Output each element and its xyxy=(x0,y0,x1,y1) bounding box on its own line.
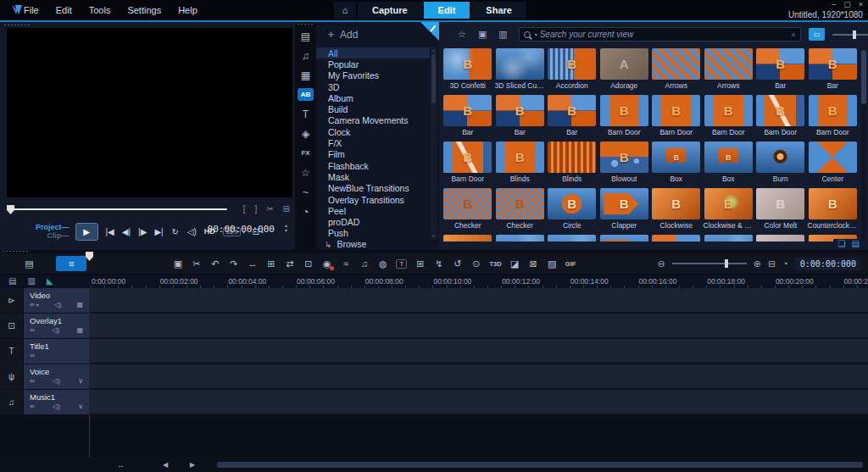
dual-view-icon[interactable]: ▤ xyxy=(852,239,860,248)
transition-thumbnail[interactable]: B Clockwise xyxy=(650,188,703,235)
link-icon[interactable]: ∞ xyxy=(30,326,35,334)
transition-thumbnail[interactable]: B Barn Door xyxy=(650,95,703,142)
filter-icon[interactable]: FX xyxy=(298,147,314,159)
transition-thumbnail[interactable] xyxy=(703,235,755,242)
zoom-in-icon[interactable]: ⊕ xyxy=(754,258,761,269)
transition-thumbnail[interactable]: B Color Melt xyxy=(754,188,807,235)
close-button[interactable]: × xyxy=(859,0,863,8)
video-track-lane[interactable] xyxy=(89,288,868,313)
go-start-icon[interactable]: |◀ xyxy=(106,227,114,236)
scroll-down-icon[interactable]: ▾ xyxy=(432,233,435,238)
split-screen-icon[interactable]: ⊞ xyxy=(415,258,426,269)
menu-item[interactable]: Settings xyxy=(127,5,161,15)
move-to-library-icon[interactable]: ▥ xyxy=(498,29,507,40)
category-item[interactable]: Build xyxy=(316,103,430,114)
category-item[interactable]: Film xyxy=(316,149,430,160)
scrub-bar[interactable]: [ ] ✂ ⊞ xyxy=(7,205,290,217)
scroll-left-icon[interactable]: ◀ xyxy=(163,461,168,469)
trim-icon[interactable]: ⊡ xyxy=(303,258,314,269)
transition-thumbnail[interactable]: B Bar xyxy=(442,95,494,142)
voice-track-lane[interactable] xyxy=(89,364,868,389)
category-item[interactable]: NewBlue Transitions xyxy=(316,183,430,194)
transition-thumbnail[interactable]: B Counterclockwi... xyxy=(807,188,860,235)
category-item[interactable]: Peel xyxy=(316,205,430,216)
category-item[interactable]: Clock xyxy=(316,126,430,137)
chevron-down-icon[interactable]: ∨ xyxy=(78,403,83,410)
category-item[interactable]: Flashback xyxy=(316,160,430,171)
transition-thumbnail[interactable]: Arrows xyxy=(703,48,755,95)
overlay-track-lane[interactable] xyxy=(89,314,868,338)
float-panel-icon[interactable]: ❏ xyxy=(838,239,846,248)
transition-thumbnail[interactable] xyxy=(494,235,547,242)
transition-thumbnail[interactable]: B Accordion xyxy=(546,48,598,95)
tab-edit[interactable]: Edit xyxy=(424,2,470,19)
transition-thumbnail[interactable]: 3D Sliced Cubes xyxy=(494,48,547,95)
title-icon[interactable]: T xyxy=(298,108,314,120)
title-track-icon[interactable]: T xyxy=(0,339,24,364)
transition-thumbnail[interactable] xyxy=(546,235,598,242)
category-item[interactable]: Mask xyxy=(316,171,430,182)
copy-icon[interactable]: ▣ xyxy=(172,258,183,269)
blend-clips-icon[interactable]: ◍ xyxy=(377,258,388,269)
scroll-right-icon[interactable]: ▶ xyxy=(190,461,195,469)
menu-item[interactable]: Edit xyxy=(56,5,72,15)
transition-thumbnail[interactable]: A Adorage xyxy=(598,48,651,95)
transition-thumbnail[interactable]: B Bar xyxy=(494,95,547,142)
link-icon[interactable]: ∞ xyxy=(30,403,35,410)
pin-panel-icon[interactable] xyxy=(420,22,439,41)
copy-to-library-icon[interactable]: ▣ xyxy=(478,29,487,40)
prev-frame-icon[interactable]: ◀| xyxy=(122,227,131,236)
graphics-icon[interactable]: ◈ xyxy=(298,127,314,140)
scroll-up-icon[interactable]: ▴ xyxy=(432,47,435,53)
search-input[interactable] xyxy=(540,30,789,39)
mute-icon[interactable]: ◁) xyxy=(53,377,60,385)
timeline-ruler[interactable]: ▤▥◣ 0:00:00:0000:00:02:0000:00:04:0000:0… xyxy=(0,275,868,288)
path-icon[interactable]: ~ xyxy=(298,186,314,198)
category-item[interactable]: proDAD xyxy=(316,216,430,227)
ripple-edit-icon[interactable]: ⇄ xyxy=(284,258,295,269)
enlarge-preview-icon[interactable]: ⊞ xyxy=(283,204,290,214)
transition-thumbnail[interactable]: B Box xyxy=(650,142,703,188)
transition-thumbnail[interactable]: B Box xyxy=(703,142,755,188)
transition-thumbnail[interactable]: B Blinds xyxy=(494,142,547,188)
mute-icon[interactable]: ◁) xyxy=(54,301,62,308)
category-item[interactable]: Push xyxy=(316,228,430,239)
menu-item[interactable]: Help xyxy=(178,5,198,15)
audio-icon[interactable]: ♫ xyxy=(298,49,314,62)
link-icon[interactable]: ∞ xyxy=(30,352,35,359)
category-item[interactable]: F/X xyxy=(316,137,430,148)
panel-grip[interactable] xyxy=(3,24,31,26)
timeline-zoom-slider[interactable] xyxy=(672,263,747,264)
transition-thumbnail[interactable]: Burn xyxy=(754,142,807,188)
add-favorite-icon[interactable]: ☆ xyxy=(458,29,466,40)
track-header-voice[interactable]: Voice ∞ ◁) ∨ xyxy=(24,364,89,389)
scrollbar-thumb[interactable] xyxy=(431,54,436,103)
transition-thumbnail[interactable]: B Bar xyxy=(546,95,598,142)
redo-icon[interactable]: ↷ xyxy=(228,258,239,269)
pan-zoom-icon[interactable]: ⊠ xyxy=(528,258,539,269)
mark-in-icon[interactable]: [ xyxy=(243,204,246,214)
music-track-icon[interactable]: ♫ xyxy=(0,390,24,414)
highlight-reel-icon[interactable]: ▨ xyxy=(547,258,558,269)
voice-track-icon[interactable]: ψ xyxy=(0,364,24,389)
timecode-stepper[interactable]: ▴ ▾ xyxy=(285,223,287,233)
transition-thumbnail[interactable] xyxy=(754,235,807,242)
3d-title-icon[interactable]: T3D xyxy=(489,260,501,268)
transition-thumbnail[interactable] xyxy=(442,235,494,242)
volume-icon[interactable]: ◁) xyxy=(187,227,197,236)
repeat-icon[interactable]: ↻ xyxy=(171,227,180,236)
transition-thumbnail[interactable]: B Bar xyxy=(754,48,807,95)
tab-capture[interactable]: Capture xyxy=(358,2,422,19)
browse-button[interactable]: ↳ Browse xyxy=(325,239,366,249)
transition-thumbnail[interactable]: B Checker xyxy=(494,188,547,235)
track-header-video[interactable]: Video ∞▾ ◁) ▦ xyxy=(24,288,89,313)
mute-icon[interactable]: ◁) xyxy=(52,326,59,334)
duration-icon[interactable]: ◔ xyxy=(782,258,788,269)
transition-thumbnail[interactable]: B Checker xyxy=(442,188,494,235)
category-item[interactable]: Camera Movements xyxy=(316,115,430,126)
subtitle-editor-icon[interactable]: T xyxy=(396,259,407,269)
split-clip-icon[interactable]: ✂ xyxy=(266,204,273,214)
link-icon[interactable]: ∞▾ xyxy=(30,301,39,308)
undo-icon[interactable]: ↶ xyxy=(209,258,220,269)
transition-thumbnail[interactable]: B Barn Door xyxy=(598,95,651,142)
